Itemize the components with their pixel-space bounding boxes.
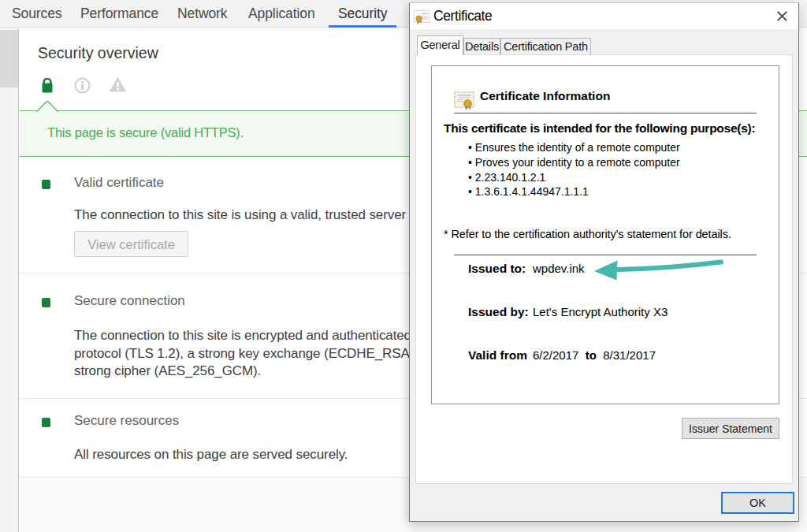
- active-tab-underline: [329, 25, 396, 28]
- purpose-heading: This certificate is intended for the fol…: [444, 121, 755, 136]
- dialog-tab-certification-path[interactable]: Certification Path: [500, 38, 591, 54]
- purpose-text: Proves your identity to a remote compute…: [475, 156, 680, 169]
- purpose-item: • Ensures the identity of a remote compu…: [468, 140, 680, 155]
- valid-to-word: to: [586, 348, 597, 362]
- sidebar-selected-item[interactable]: [0, 30, 18, 87]
- issuer-statement-button[interactable]: Issuer Statement: [682, 418, 779, 439]
- issued-to-value: wpdev.ink: [533, 262, 585, 275]
- issued-to-label: Issued to:: [468, 262, 526, 276]
- dialog-title: Certificate: [433, 8, 492, 24]
- certificate-info-box: Certificate Information This certificate…: [431, 65, 779, 404]
- devtools-tab-performance[interactable]: Performance: [80, 0, 158, 28]
- valid-from-label: Valid from: [468, 348, 527, 363]
- section-bullet: [42, 180, 50, 189]
- certificate-info-icon: [454, 91, 474, 110]
- refer-note: * Refer to the certification authority's…: [444, 228, 731, 240]
- security-sidebar[interactable]: [0, 28, 19, 532]
- certificate-icon: [414, 10, 430, 24]
- dialog-tab-general[interactable]: General: [417, 35, 463, 55]
- purpose-text: Ensures the identity of a remote compute…: [475, 141, 680, 154]
- purpose-item: • 1.3.6.1.4.1.44947.1.1.1: [468, 184, 680, 199]
- section-title-secure-connection: Secure connection: [74, 293, 185, 309]
- devtools-tab-application[interactable]: Application: [248, 0, 315, 28]
- section-body: All resources on this page are served se…: [74, 446, 348, 464]
- issued-by-value: Let's Encrypt Authority X3: [533, 305, 668, 318]
- issued-by-label: Issued by:: [468, 305, 529, 319]
- view-certificate-button[interactable]: View certificate: [74, 231, 188, 257]
- section-title-valid-certificate: Valid certificate: [74, 175, 164, 191]
- banner-text: This page is secure (valid HTTPS).: [47, 125, 244, 140]
- purpose-text: 1.3.6.1.4.1.44947.1.1.1: [475, 185, 589, 198]
- certificate-dialog: Certificate General Details Certificatio…: [409, 2, 799, 522]
- close-icon[interactable]: [777, 11, 787, 21]
- devtools-tab-security[interactable]: Security: [338, 0, 387, 28]
- purpose-text: 2.23.140.1.2.1: [475, 171, 546, 184]
- warning-icon[interactable]: [109, 76, 127, 92]
- dialog-tab-details[interactable]: Details: [463, 38, 500, 54]
- section-bullet: [42, 418, 50, 427]
- section-bullet: [42, 298, 50, 307]
- info-icon[interactable]: [74, 77, 91, 94]
- purpose-item: • 2.23.140.1.2.1: [468, 170, 680, 185]
- ok-button[interactable]: OK: [721, 492, 794, 514]
- valid-dates: 6/2/2017 to 8/31/2017: [533, 348, 656, 362]
- banner-notch: [36, 101, 58, 112]
- purpose-item: • Proves your identity to a remote compu…: [468, 155, 680, 170]
- valid-to-date: 8/31/2017: [603, 348, 656, 362]
- certificate-information-heading: Certificate Information: [480, 89, 610, 103]
- valid-from-date: 6/2/2017: [533, 348, 578, 362]
- dialog-tabbar: General Details Certification Path: [410, 29, 798, 54]
- devtools-tab-network[interactable]: Network: [177, 0, 227, 28]
- section-title-secure-resources: Secure resources: [74, 413, 179, 429]
- purpose-list: • Ensures the identity of a remote compu…: [468, 140, 680, 199]
- dialog-titlebar[interactable]: Certificate: [410, 3, 798, 29]
- divider: [454, 113, 757, 113]
- devtools-tab-sources[interactable]: Sources: [12, 0, 62, 28]
- secure-lock-icon[interactable]: [42, 78, 53, 93]
- annotation-arrow: [590, 250, 726, 281]
- screen: Sources Performance Network Application …: [0, 0, 807, 532]
- panel-title: Security overview: [38, 44, 158, 62]
